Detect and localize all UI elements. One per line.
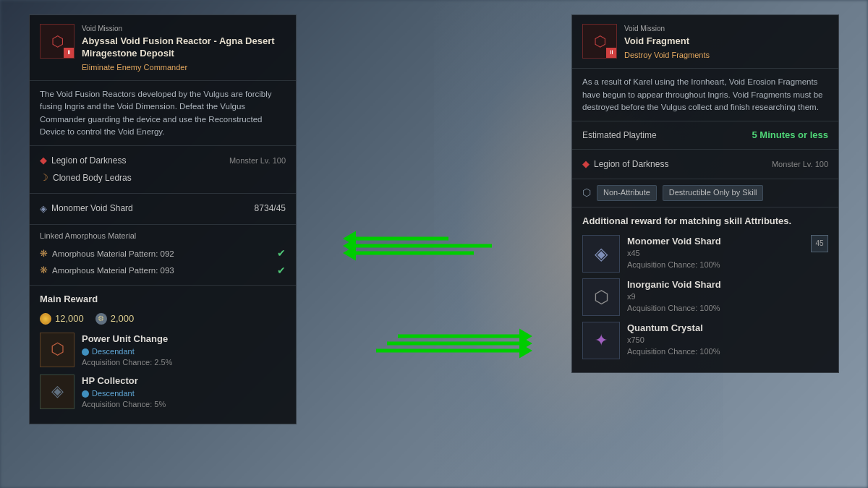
skill-badge: Destructible Only by Skill: [663, 185, 764, 200]
non-attribute-badge: Non-Attribute: [597, 185, 657, 200]
linked-item-1: ❋ Amorphous Material Pattern: 092 ✔: [40, 245, 286, 262]
legion-label: Legion of Darkness: [51, 155, 126, 167]
shard-count: 8734/45: [255, 202, 286, 215]
reward-icon-glyph-2: ◈: [51, 380, 64, 403]
add-reward-qty-1: x45: [627, 248, 721, 259]
left-mission-subtitle: Eliminate Enemy Commander: [82, 62, 286, 73]
additional-rewards-title: Additional reward for matching skill Att…: [582, 215, 828, 228]
add-reward-name-1: Monomer Void Shard: [627, 235, 721, 248]
add-reward-qty-2: x9: [627, 291, 721, 302]
left-mission-icon: ⬡ ⏸: [40, 24, 75, 59]
left-mission-title-area: Void Mission Abyssal Void Fusion Reactor…: [82, 24, 286, 73]
right-legion-row: ◆ Legion of Darkness Monster Lv. 100: [582, 155, 828, 173]
reward-item-2: ◈ HP Collector Descendant Acquisition Ch…: [40, 374, 286, 411]
clone-row: ☽ Cloned Body Ledras: [40, 169, 286, 187]
currency-row: 12,000 ⚙ 2,000: [40, 312, 286, 325]
quantum-crystal-icon: ✦: [595, 330, 608, 352]
linked-label-1: Amorphous Material Pattern: 092: [52, 248, 174, 260]
left-mission-type: Void Mission: [82, 24, 286, 34]
check-1: ✔: [277, 247, 286, 261]
rewards-title: Main Reward: [40, 293, 286, 306]
right-panel-header: ⬡ ⏸ Void Mission Void Fragment Destroy V…: [572, 15, 838, 69]
playtime-value: 5 Minutes or less: [752, 129, 828, 142]
reward-info-2: HP Collector Descendant Acquisition Chan…: [82, 374, 166, 411]
reward-icon-2: ◈: [40, 374, 75, 409]
add-reward-info-3: Quantum Crystal x750 Acquisition Chance:…: [627, 322, 720, 357]
qty-badge-1: 45: [811, 235, 828, 252]
add-reward-chance-3: Acquisition Chance: 100%: [627, 346, 720, 357]
check-2: ✔: [277, 264, 286, 278]
reward-info-1: Power Unit Change Descendant Acquisition…: [82, 333, 172, 369]
qty-badge-label-1: 45: [815, 239, 823, 249]
right-mission-type: Void Mission: [624, 24, 710, 34]
add-reward-info-1: Monomer Void Shard x45 Acquisition Chanc…: [627, 235, 721, 270]
right-legion-label: Legion of Darkness: [594, 158, 668, 171]
material-icon-2: ❋: [40, 264, 48, 277]
reward-type-label-2: Descendant: [92, 388, 135, 399]
playtime-row: Estimated Playtime 5 Minutes or less: [572, 121, 838, 150]
left-panel-header: ⬡ ⏸ Void Mission Abyssal Void Fusion Rea…: [30, 15, 296, 81]
legion-row: ◆ Legion of Darkness Monster Lv. 100: [40, 152, 286, 169]
right-mission-title-area: Void Mission Void Fragment Destroy Void …: [624, 24, 710, 61]
add-reward-item-3: ✦ Quantum Crystal x750 Acquisition Chanc…: [582, 322, 828, 359]
main-layout: ⬡ ⏸ Void Mission Abyssal Void Fusion Rea…: [0, 0, 868, 488]
shard-row: ◈ Monomer Void Shard 8734/45: [40, 200, 286, 218]
add-reward-name-3: Quantum Crystal: [627, 322, 720, 335]
right-faction-section: ◆ Legion of Darkness Monster Lv. 100: [572, 150, 838, 179]
reward-name-2: HP Collector: [82, 374, 166, 388]
linked-section: Linked Amorphous Material ❋ Amorphous Ma…: [30, 225, 296, 286]
reward-type-label-1: Descendant: [92, 346, 135, 357]
left-mission-title: Abyssal Void Fusion Reactor - Agna Deser…: [82, 35, 286, 60]
gear-icon: ⚙: [95, 313, 107, 325]
right-monster-level: Monster Lv. 100: [772, 159, 828, 170]
pause-marker: ⏸: [64, 48, 74, 58]
add-reward-name-2: Inorganic Void Shard: [627, 278, 721, 291]
add-reward-item-2: ⬡ Inorganic Void Shard x9 Acquisition Ch…: [582, 278, 828, 316]
left-panel: ⬡ ⏸ Void Mission Abyssal Void Fusion Rea…: [29, 14, 297, 424]
add-reward-icon-2: ⬡: [582, 278, 620, 316]
reward-chance-1: Acquisition Chance: 2.5%: [82, 357, 172, 368]
shard-icon: ◈: [40, 202, 47, 215]
playtime-label: Estimated Playtime: [582, 129, 657, 142]
right-panel-desc: As a result of Karel using the Ironheart…: [572, 69, 838, 121]
right-panel: ⬡ ⏸ Void Mission Void Fragment Destroy V…: [571, 14, 839, 373]
shard-name: Monomer Void Shard: [51, 202, 133, 215]
legion-icon: ◆: [40, 154, 47, 167]
add-reward-chance-1: Acquisition Chance: 100%: [627, 260, 721, 270]
currency-gear: ⚙ 2,000: [95, 312, 135, 325]
reward-icon-glyph-1: ⬡: [51, 338, 64, 361]
add-reward-chance-2: Acquisition Chance: 100%: [627, 303, 721, 314]
descendant-icon-2: [82, 390, 89, 398]
reward-name-1: Power Unit Change: [82, 333, 172, 346]
gold-icon: [40, 313, 51, 325]
right-mission-title: Void Fragment: [624, 35, 710, 48]
reward-icon-1: ⬡: [40, 333, 75, 367]
add-reward-qty-3: x750: [627, 335, 720, 346]
linked-title: Linked Amorphous Material: [40, 231, 286, 241]
gold-amount: 12,000: [55, 312, 84, 325]
monster-level: Monster Lv. 100: [229, 155, 286, 166]
material-icon-1: ❋: [40, 247, 48, 260]
gear-amount: 2,000: [111, 312, 135, 325]
attribute-icon: ⬡: [582, 186, 591, 200]
reward-item-1: ⬡ Power Unit Change Descendant Acquisiti…: [40, 333, 286, 369]
right-legion-icon: ◆: [582, 158, 590, 171]
monomer-shard-icon: ◈: [595, 241, 608, 266]
add-reward-icon-1: ◈: [582, 235, 620, 273]
right-mission-icon: ⬡ ⏸: [582, 24, 617, 59]
shard-section: ◈ Monomer Void Shard 8734/45: [30, 194, 296, 225]
reward-type-2: Descendant: [82, 388, 166, 399]
additional-rewards-section: Additional reward for matching skill Att…: [572, 207, 838, 372]
clone-label: Cloned Body Ledras: [53, 172, 132, 184]
add-reward-item-1: ◈ Monomer Void Shard x45 Acquisition Cha…: [582, 235, 828, 273]
clone-icon: ☽: [40, 171, 48, 184]
currency-gold: 12,000: [40, 312, 84, 325]
reward-type-1: Descendant: [82, 346, 172, 357]
attribute-row: ⬡ Non-Attribute Destructible Only by Ski…: [572, 179, 838, 207]
descendant-icon-1: [82, 348, 89, 356]
rewards-section: Main Reward 12,000 ⚙ 2,000 ⬡ Power Unit …: [30, 286, 296, 423]
linked-item-2: ❋ Amorphous Material Pattern: 093 ✔: [40, 262, 286, 280]
add-reward-info-2: Inorganic Void Shard x9 Acquisition Chan…: [627, 278, 721, 314]
inorganic-shard-icon: ⬡: [594, 285, 609, 309]
reward-chance-2: Acquisition Chance: 5%: [82, 399, 166, 410]
